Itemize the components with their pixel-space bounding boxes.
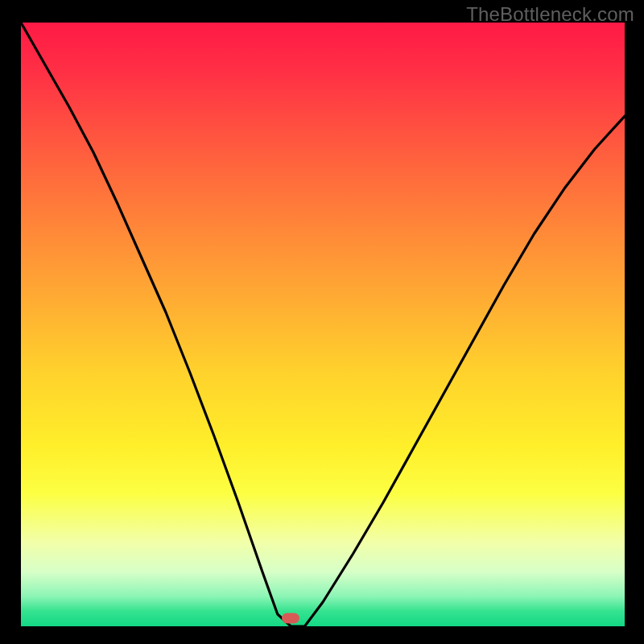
minimum-marker xyxy=(282,613,299,623)
plot-area xyxy=(21,23,625,626)
watermark-text: TheBottleneck.com xyxy=(466,3,634,26)
bottleneck-curve xyxy=(21,23,625,626)
chart-frame: TheBottleneck.com xyxy=(0,0,644,644)
curve-svg xyxy=(21,23,625,626)
